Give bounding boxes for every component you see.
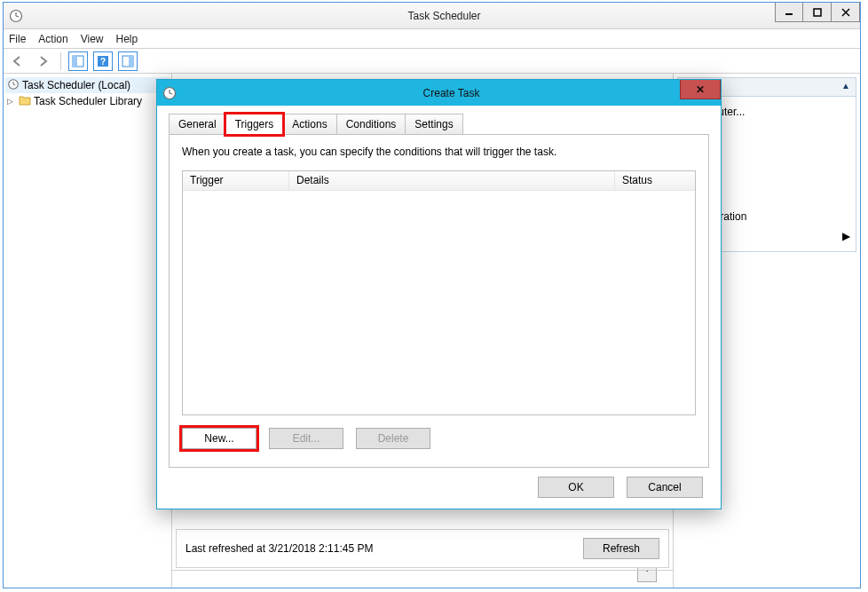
edit-trigger-button: Edit... [269, 428, 343, 449]
menubar: File Action View Help [4, 29, 860, 49]
nav-back-button[interactable] [9, 51, 28, 71]
minimize-button[interactable] [775, 3, 803, 22]
statusbar [172, 570, 673, 588]
svg-rect-12 [129, 56, 133, 67]
window-controls [775, 3, 860, 22]
new-trigger-button[interactable]: New... [182, 428, 256, 449]
svg-rect-4 [814, 9, 821, 16]
menu-action[interactable]: Action [38, 33, 67, 45]
create-task-dialog: Create Task ✕ General Triggers Actions C… [156, 79, 722, 509]
svg-rect-8 [73, 56, 77, 67]
toolbar: ? [4, 49, 860, 74]
col-trigger[interactable]: Trigger [183, 171, 289, 190]
menu-file[interactable]: File [9, 33, 26, 45]
tree-root[interactable]: Task Scheduler (Local) [5, 77, 170, 93]
menu-help[interactable]: Help [116, 33, 138, 45]
clock-icon [162, 86, 177, 100]
dialog-titlebar[interactable]: Create Task ✕ [157, 80, 721, 106]
nav-forward-button[interactable] [34, 51, 53, 71]
col-status[interactable]: Status [615, 171, 695, 190]
clock-icon [9, 9, 23, 23]
delete-trigger-button: Delete [356, 428, 430, 449]
dialog-footer: OK Cancel [538, 477, 703, 498]
tree-library[interactable]: ▷ Task Scheduler Library [5, 93, 170, 109]
status-strip: Last refreshed at 3/21/2018 2:11:45 PM R… [176, 529, 669, 568]
toolbar-help-button[interactable]: ? [93, 51, 113, 71]
cancel-button[interactable]: Cancel [627, 477, 703, 498]
dialog-tabs: General Triggers Actions Conditions Sett… [169, 114, 713, 135]
collapse-icon[interactable]: ▲ [841, 81, 850, 91]
tree-library-label: Task Scheduler Library [34, 95, 142, 107]
tree-expand-icon[interactable]: ▷ [7, 97, 16, 106]
tab-general[interactable]: General [169, 114, 226, 134]
nav-tree[interactable]: Task Scheduler (Local) ▷ Task Scheduler … [4, 74, 172, 588]
folder-icon [19, 95, 31, 108]
triggers-description: When you create a task, you can specify … [182, 146, 696, 158]
tree-root-label: Task Scheduler (Local) [22, 79, 130, 91]
tab-conditions[interactable]: Conditions [336, 114, 406, 134]
dialog-title: Create Task [182, 87, 721, 99]
main-title: Task Scheduler [28, 10, 860, 22]
toolbar-pane-toggle-2[interactable] [118, 51, 138, 71]
triggers-listview[interactable]: Trigger Details Status [182, 170, 696, 415]
toolbar-pane-toggle-1[interactable] [68, 51, 88, 71]
refresh-button[interactable]: Refresh [583, 538, 659, 559]
close-button[interactable] [832, 3, 860, 22]
col-details[interactable]: Details [289, 171, 615, 190]
menu-view[interactable]: View [81, 33, 104, 45]
svg-text:?: ? [100, 57, 106, 67]
tab-actions[interactable]: Actions [282, 114, 336, 134]
maximize-button[interactable] [803, 3, 832, 22]
triggers-tabpage: When you create a task, you can specify … [169, 134, 709, 468]
dialog-close-button[interactable]: ✕ [680, 80, 721, 99]
tab-settings[interactable]: Settings [405, 114, 462, 134]
tab-triggers[interactable]: Triggers [225, 114, 284, 135]
last-refreshed-label: Last refreshed at 3/21/2018 2:11:45 PM [185, 542, 373, 555]
main-titlebar[interactable]: Task Scheduler [4, 3, 860, 29]
ok-button[interactable]: OK [538, 477, 614, 498]
clock-icon [7, 78, 20, 93]
triggers-list-header: Trigger Details Status [183, 171, 695, 191]
